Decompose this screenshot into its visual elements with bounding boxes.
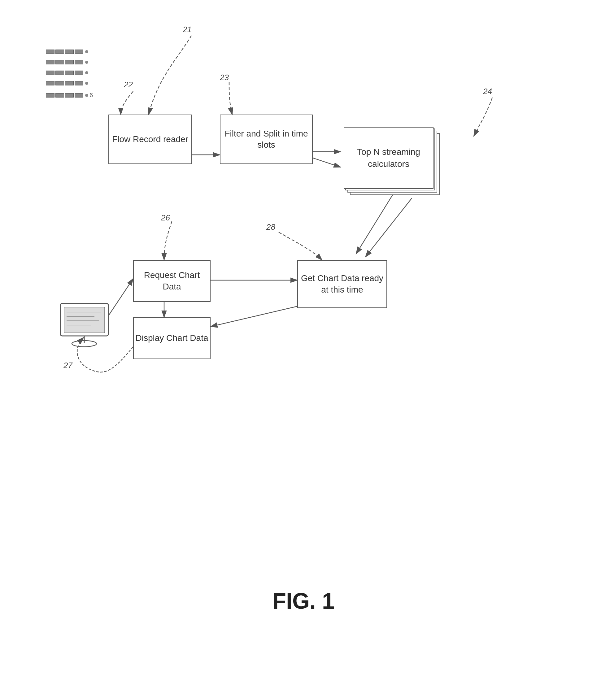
ref-28: 28 — [266, 222, 275, 232]
arrow-23 — [229, 82, 232, 115]
ref-27: 27 — [64, 361, 72, 370]
flow-record-reader-box: Flow Record reader — [108, 115, 192, 164]
arrow-28 — [279, 232, 322, 260]
arrow-topn-to-getchart-1 — [356, 189, 396, 254]
get-chart-box: Get Chart Data ready at this time — [297, 260, 387, 308]
monitor-icon — [57, 300, 113, 351]
ref-23: 23 — [220, 73, 229, 82]
ref-26: 26 — [161, 213, 170, 223]
request-chart-label: Request Chart Data — [134, 270, 210, 292]
get-chart-label: Get Chart Data ready at this time — [298, 273, 387, 295]
fig-caption: FIG. 1 — [210, 588, 396, 614]
ref-22: 22 — [124, 80, 133, 90]
arrow-22 — [121, 91, 133, 115]
ref-24: 24 — [483, 87, 492, 96]
request-chart-box: Request Chart Data — [133, 260, 210, 302]
network-stack: 6 — [46, 50, 93, 101]
arrow-26 — [164, 221, 172, 260]
display-chart-label: Display Chart Data — [135, 332, 208, 344]
svg-rect-3 — [64, 307, 105, 333]
arrow-topn-to-getchart-2 — [365, 198, 412, 257]
filter-split-box: Filter and Split in time slots — [220, 115, 313, 164]
arrow-21 — [149, 35, 191, 115]
ref-21: 21 — [183, 25, 192, 34]
arrow-24 — [474, 98, 492, 136]
filter-split-label: Filter and Split in time slots — [221, 128, 312, 151]
flow-record-reader-label: Flow Record reader — [112, 134, 188, 145]
top-n-box: Top N streaming calculators — [344, 127, 440, 198]
arrow-filter-to-topn-2 — [313, 158, 341, 167]
diagram-container: 6 21 22 23 24 Flow Record reader Filter … — [0, 0, 597, 700]
display-chart-box: Display Chart Data — [133, 317, 210, 359]
top-n-label: Top N streaming calculators — [344, 146, 433, 170]
arrow-get-to-display — [210, 303, 309, 327]
